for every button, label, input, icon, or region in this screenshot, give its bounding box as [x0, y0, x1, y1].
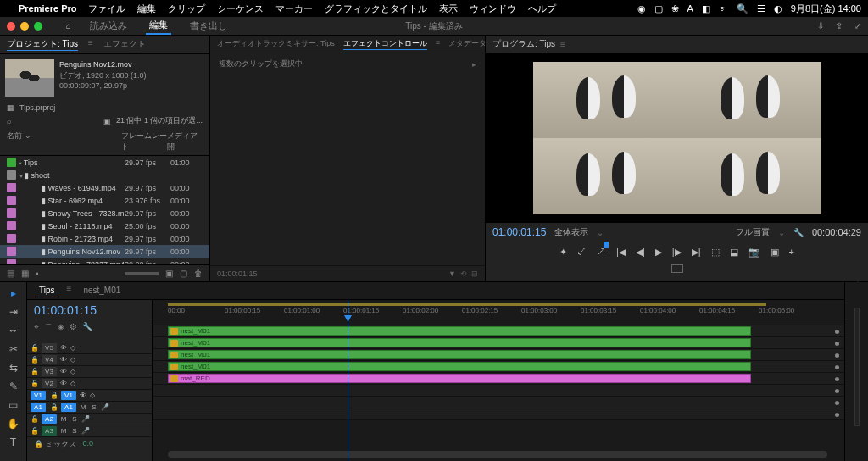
download-icon[interactable]: ⇩ [817, 21, 824, 31]
track-lane-a3[interactable] [153, 408, 844, 420]
track-header-a3[interactable]: 🔒A3MS🎤 [27, 425, 152, 437]
track-header-v1[interactable]: V1🔒V1👁◇ [27, 390, 152, 402]
search-icon[interactable]: ⌕ [7, 117, 11, 125]
close-icon[interactable] [7, 22, 15, 31]
scrubber-playhead[interactable] [604, 242, 609, 248]
step-back-icon[interactable]: ◀| [636, 247, 645, 258]
wrench-icon[interactable]: 🔧 [82, 322, 92, 334]
tab-metadata[interactable]: メタデータ [448, 38, 487, 50]
mic-icon[interactable]: 🎤 [81, 415, 90, 423]
clip-item[interactable]: ▮ Snowy Trees - 7328.mp4 29.97 fps00:00 [0, 207, 209, 219]
clip-item[interactable]: ▮ Robin - 21723.mp4 29.97 fps00:00 [0, 232, 209, 245]
type-tool-icon[interactable]: T [10, 436, 16, 448]
mark-in-icon[interactable]: ⸔ [577, 247, 587, 258]
panel-menu-icon[interactable]: ≡ [67, 284, 72, 297]
preview-canvas[interactable] [486, 53, 868, 223]
extract-icon[interactable]: ⬓ [730, 247, 738, 258]
marker-icon[interactable]: ◈ [58, 322, 64, 334]
clip-mat[interactable]: mat_RED [168, 374, 751, 383]
lock-icon[interactable]: 🔒 [31, 427, 39, 435]
clip-nest[interactable]: nest_M01 [168, 350, 751, 359]
col-framerate[interactable]: フレームレート [121, 131, 167, 153]
folder-item[interactable]: ▾▮ shoot [0, 169, 209, 181]
settings-icon[interactable]: ⚙ [70, 322, 77, 334]
tab-effect-controls[interactable]: エフェクトコントロール [343, 38, 427, 50]
comparison-icon[interactable]: ▣ [771, 247, 779, 258]
tool-icon[interactable]: ⟲ [460, 269, 467, 278]
project-bin-list[interactable]: ▪Tips 29.97 fps01:00 ▾▮ shoot ▮ Waves - … [0, 156, 209, 264]
track-lane-v4[interactable]: nest_M01 [153, 337, 844, 349]
track-select-tool-icon[interactable]: ⇥ [9, 306, 18, 318]
tab-audio-mixer[interactable]: オーディオトラックミキサー: Tips [217, 38, 335, 50]
wifi-icon[interactable]: ᯤ [719, 3, 728, 14]
zoom-icon[interactable] [34, 22, 42, 31]
siri-icon[interactable]: ◐ [774, 3, 782, 14]
mute-icon[interactable]: ◇ [70, 368, 75, 375]
lift-icon[interactable]: ⬚ [711, 247, 720, 258]
app-name[interactable]: Premiere Pro [19, 3, 76, 14]
search-icon[interactable]: 🔍 [737, 3, 748, 14]
selection-tool-icon[interactable]: ▸ [11, 287, 16, 299]
track-header-v5[interactable]: 🔒V5👁◇ [27, 342, 152, 354]
menu-marker[interactable]: マーカー [275, 3, 313, 15]
col-media[interactable]: メディア開 [167, 131, 203, 153]
safe-margins-icon[interactable] [671, 264, 683, 273]
tab-export[interactable]: 書き出し [186, 18, 231, 34]
track-lane-v1[interactable]: mat_RED [153, 373, 844, 385]
lock-icon[interactable]: 🔒 [31, 356, 39, 364]
linked-selection-icon[interactable]: ⌒ [44, 322, 53, 334]
panel-menu-icon[interactable]: ≡ [436, 38, 440, 50]
sequence-tab-nest[interactable]: nest_M01 [80, 284, 124, 297]
menu-clip[interactable]: クリップ [168, 3, 205, 15]
settings-icon[interactable]: 🔧 [793, 228, 804, 237]
rectangle-tool-icon[interactable]: ▭ [8, 399, 18, 411]
menu-edit[interactable]: 編集 [137, 3, 156, 15]
tab-project[interactable]: プロジェクト: Tips [7, 38, 78, 51]
panel-menu-icon[interactable]: ≡ [88, 38, 93, 51]
share-icon[interactable]: ⇪ [836, 21, 843, 31]
zoom-slider[interactable] [125, 272, 159, 275]
menu-help[interactable]: ヘルプ [528, 3, 556, 15]
clip-item[interactable]: ▮ Waves - 61949.mp4 29.97 fps00:00 [0, 181, 209, 194]
expand-icon[interactable]: ▸ [472, 60, 476, 69]
menu-sequence[interactable]: シーケンス [217, 3, 264, 15]
track-header-a2[interactable]: 🔒A2MS🎤 [27, 414, 152, 425]
tool-icon[interactable]: ⊟ [471, 269, 478, 278]
menu-window[interactable]: ウィンドウ [470, 3, 516, 15]
status-icon[interactable]: ◉ [637, 3, 646, 14]
panel-menu-icon[interactable]: ≡ [560, 40, 565, 49]
lock-icon[interactable]: 🔒 [50, 392, 58, 399]
lock-icon[interactable]: 🔒 [31, 415, 39, 423]
lock-icon[interactable]: 🔒 [31, 344, 39, 352]
track-header-a1[interactable]: A1🔒A1MS🎤 [27, 402, 152, 414]
mute-icon[interactable]: ◇ [70, 380, 75, 387]
filter-icon[interactable]: ▼ [448, 269, 456, 278]
eye-icon[interactable]: 👁 [79, 392, 87, 399]
tab-effects[interactable]: エフェクト [103, 38, 146, 51]
menu-view[interactable]: 表示 [439, 3, 458, 15]
go-to-in-icon[interactable]: |◀ [616, 247, 626, 258]
mic-icon[interactable]: 🎤 [81, 427, 90, 435]
eye-icon[interactable]: 👁 [59, 356, 68, 364]
fit-dropdown[interactable]: 全体表示 [554, 226, 588, 238]
slip-tool-icon[interactable]: ⇆ [9, 362, 18, 374]
clip-item[interactable]: ▮ Penguins Nov12.mov 29.97 fps00:00 [0, 245, 209, 258]
snap-icon[interactable]: ⌖ [34, 322, 39, 334]
mix-level[interactable]: 0.0 [83, 439, 94, 450]
trash-icon[interactable]: 🗑 [194, 269, 203, 278]
eye-icon[interactable]: 👁 [59, 380, 68, 387]
mic-icon[interactable]: 🎤 [101, 403, 109, 411]
step-forward-icon[interactable]: |▶ [672, 247, 682, 258]
add-marker-icon[interactable]: ✦ [559, 247, 567, 258]
track-lane-v2[interactable]: nest_M01 [153, 361, 844, 373]
play-icon[interactable]: ▶ [655, 247, 662, 258]
quality-dropdown[interactable]: フル画質 [736, 226, 770, 238]
disclosure-icon[interactable]: ▾ [19, 172, 23, 180]
tab-import[interactable]: 読み込み [86, 18, 131, 34]
export-frame-icon[interactable]: 📷 [748, 247, 760, 258]
new-item-icon[interactable]: ▢ [180, 269, 187, 278]
work-area-bar[interactable] [168, 303, 766, 306]
status-icon[interactable]: ▢ [654, 3, 663, 14]
track-lane-v3[interactable]: nest_M01 [153, 349, 844, 361]
bin-icon[interactable]: ▣ [103, 117, 111, 125]
